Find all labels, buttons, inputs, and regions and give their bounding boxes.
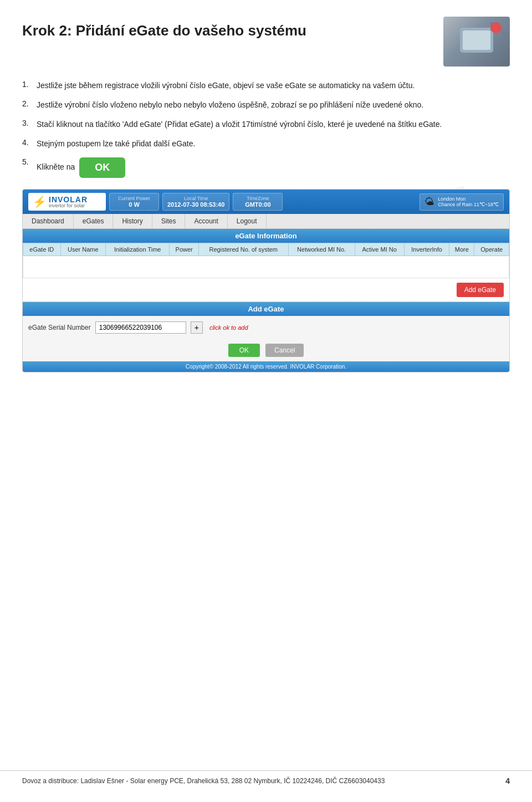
col-net-mi: Networked MI No.: [288, 243, 355, 256]
instruction-3: 3. Stačí kliknout na tlačítko 'Add eGate…: [22, 119, 510, 130]
egate-table: eGate ID User Name Initialization Time P…: [23, 243, 509, 278]
instructions-section: 1. Jestliže jste během registrace vložil…: [22, 80, 510, 178]
svg-rect-1: [463, 30, 490, 50]
page-footer: Dovoz a distribuce: Ladislav Ešner - Sol…: [0, 770, 532, 791]
page-number: 4: [505, 777, 510, 785]
device-image: [443, 17, 510, 67]
col-user-name: User Name: [60, 243, 105, 256]
stat-value-time: 2012-07-30 08:53:40: [167, 201, 224, 208]
egate-info-header: eGate Information: [23, 229, 509, 243]
col-inverter-info: InverterInfo: [404, 243, 449, 256]
add-egate-button[interactable]: Add eGate: [457, 283, 504, 297]
col-operate: Operate: [474, 243, 509, 256]
instruction-number-3: 3.: [22, 119, 33, 127]
instruction-number-2: 2.: [22, 99, 33, 108]
svg-rect-5: [502, 32, 508, 35]
instruction-text-4: Stejným postupem lze také přidat další e…: [37, 138, 195, 150]
form-buttons: OK Cancel: [23, 339, 509, 361]
svg-rect-4: [496, 22, 498, 30]
involar-logo: ⚡ INVOLAR invertor for solar: [28, 193, 106, 211]
instruction-text-2: Jestliže výrobní číslo vloženo nebylo ne…: [37, 99, 423, 111]
add-egate-section: Add eGate eGate Serial Number + click ok…: [23, 302, 509, 361]
instruction-number-1: 1.: [22, 80, 33, 89]
click-hint: click ok to add: [209, 324, 248, 331]
nav-egates[interactable]: eGates: [74, 214, 114, 228]
stat-label-tz: TimeZone: [238, 196, 278, 201]
instruction-text-5: Klikněte na OK: [37, 157, 125, 178]
nav-sites[interactable]: Sites: [152, 214, 186, 228]
ok-inline-button[interactable]: OK: [79, 157, 125, 178]
col-reg-no: Registered No. of system: [198, 243, 288, 256]
instruction-2: 2. Jestliže výrobní číslo vloženo nebylo…: [22, 99, 510, 111]
involar-ui-screenshot: ⚡ INVOLAR invertor for solar Current Pow…: [22, 189, 510, 372]
nav-logout[interactable]: Logout: [228, 214, 267, 228]
col-active-mi: Active MI No: [355, 243, 404, 256]
instruction-text-1: Jestliže jste během registrace vložili v…: [37, 80, 415, 91]
weather-condition: Chance of Rain 11℃~18℃: [438, 202, 499, 207]
col-egate-id: eGate ID: [23, 243, 61, 256]
form-ok-button[interactable]: OK: [228, 344, 260, 357]
weather-location: London Mon: [438, 196, 466, 202]
stat-timezone: TimeZone GMT0:00: [233, 193, 283, 211]
form-label: eGate Serial Number: [28, 324, 91, 331]
col-more: More: [449, 243, 474, 256]
stat-value-power: 0 W: [114, 201, 154, 208]
svg-rect-3: [490, 22, 493, 30]
weather-box: 🌤 London Mon Chance of Rain 11℃~18℃: [420, 193, 504, 211]
form-cancel-button[interactable]: Cancel: [265, 344, 304, 357]
col-init-time: Initialization Time: [106, 243, 170, 256]
stat-current-power: Current Power 0 W: [109, 193, 159, 211]
table-empty-row: [23, 256, 509, 278]
nav-account[interactable]: Account: [185, 214, 227, 228]
add-egate-form: eGate Serial Number + click ok to add: [23, 316, 509, 339]
weather-icon: 🌤: [424, 196, 434, 208]
weather-info: London Mon Chance of Rain 11℃~18℃: [438, 196, 499, 207]
involar-header: ⚡ INVOLAR invertor for solar Current Pow…: [23, 190, 509, 214]
involar-logo-icon: ⚡: [33, 195, 47, 208]
egate-serial-input[interactable]: [95, 321, 186, 334]
svg-point-2: [493, 25, 499, 32]
instruction-1: 1. Jestliže jste během registrace vložil…: [22, 80, 510, 91]
nav-history[interactable]: History: [113, 214, 152, 228]
stat-local-time: Local Time 2012-07-30 08:53:40: [162, 193, 229, 211]
instruction-number-4: 4.: [22, 138, 33, 147]
stat-label-time: Local Time: [167, 196, 224, 201]
page-title: Krok 2: Přidání eGate do vašeho systému: [22, 22, 306, 39]
instruction-number-5: 5.: [22, 157, 33, 166]
instruction-4: 4. Stejným postupem lze také přidat dalš…: [22, 138, 510, 150]
form-plus-button[interactable]: +: [191, 321, 203, 334]
involar-nav: Dashboard eGates History Sites Account L…: [23, 214, 509, 229]
stat-label-power: Current Power: [114, 196, 154, 201]
nav-dashboard[interactable]: Dashboard: [23, 214, 74, 228]
footer-text: Dovoz a distribuce: Ladislav Ešner - Sol…: [22, 777, 385, 785]
col-power: Power: [170, 243, 198, 256]
add-egate-header: Add eGate: [23, 302, 509, 316]
instruction-text-3: Stačí kliknout na tlačítko 'Add eGate' (…: [37, 119, 442, 130]
involar-logo-sub: invertor for solar: [49, 203, 88, 208]
page-header: Krok 2: Přidání eGate do vašeho systému: [22, 17, 510, 67]
involar-body: eGate Information eGate ID User Name Ini…: [23, 229, 509, 372]
involar-footer: Copyright© 2008-2012 All rights reserved…: [23, 361, 509, 372]
instruction-5: 5. Klikněte na OK: [22, 157, 510, 178]
stat-value-tz: GMT0:00: [238, 201, 278, 208]
